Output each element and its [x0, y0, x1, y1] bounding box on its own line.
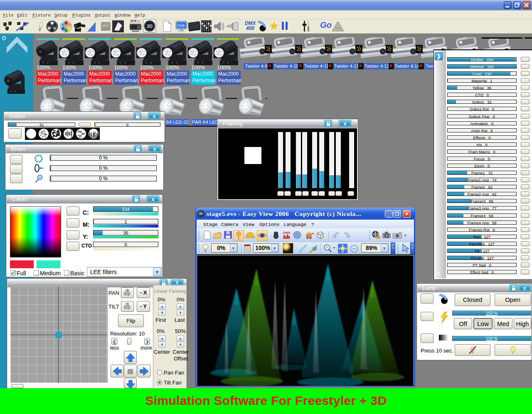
svg-text:Cue: Cue — [178, 23, 185, 27]
svg-text:DMX: DMX — [283, 231, 291, 235]
svg-text:+: + — [39, 176, 41, 179]
svg-text:+: + — [326, 245, 328, 250]
svg-text:3D: 3D — [147, 24, 153, 29]
